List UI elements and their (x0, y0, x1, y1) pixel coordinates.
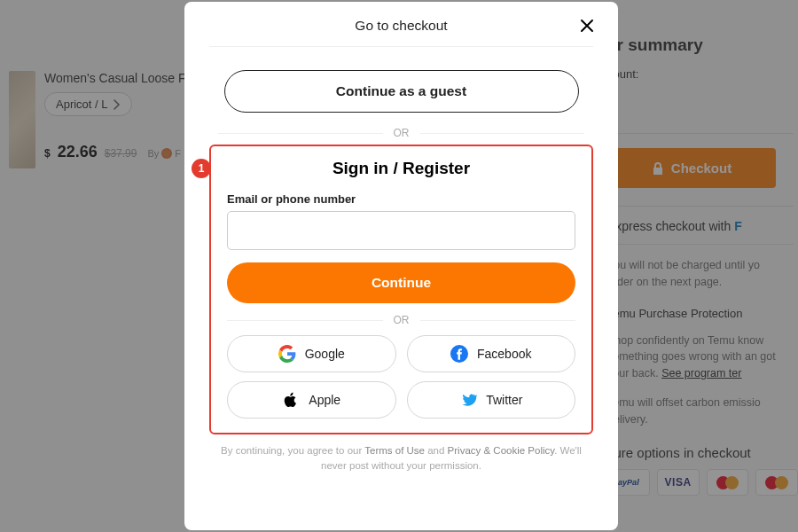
email-phone-label: Email or phone number (227, 192, 575, 206)
privacy-link[interactable]: Privacy & Cookie Policy (448, 445, 555, 456)
checkout-modal: Go to checkout Continue as a guest OR 1 … (184, 2, 618, 530)
terms-link[interactable]: Terms of Use (364, 445, 425, 456)
close-icon (580, 19, 594, 33)
twitter-signin-button[interactable]: Twitter (407, 381, 576, 419)
or-separator-2: OR (227, 314, 575, 326)
facebook-signin-button[interactable]: Facebook (407, 335, 576, 372)
or-separator: OR (218, 127, 584, 139)
facebook-icon (450, 345, 468, 363)
signin-title: Sign in / Register (227, 159, 575, 178)
apple-signin-button[interactable]: Apple (227, 381, 396, 419)
continue-as-guest-button[interactable]: Continue as a guest (224, 70, 579, 113)
signin-register-panel: 1 Sign in / Register Email or phone numb… (209, 145, 593, 434)
apple-icon (282, 391, 300, 409)
modal-title: Go to checkout (355, 18, 447, 34)
twitter-icon (459, 391, 477, 409)
google-icon (278, 345, 296, 363)
continue-button[interactable]: Continue (227, 262, 575, 303)
annotation-badge: 1 (192, 159, 211, 178)
email-phone-input[interactable] (227, 211, 575, 250)
google-signin-button[interactable]: Google (227, 335, 396, 372)
close-button[interactable] (577, 16, 597, 35)
fine-print: By continuing, you agree to our Terms of… (209, 443, 593, 474)
